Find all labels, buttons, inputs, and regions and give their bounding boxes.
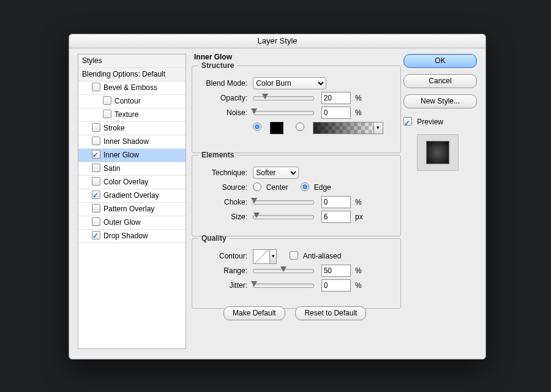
quality-legend: Quality [198,234,230,243]
style-row-label: Inner Glow [103,151,139,159]
glow-gradient-dropdown[interactable]: ▾ [374,122,383,134]
noise-slider[interactable] [253,111,314,115]
size-unit: px [355,213,363,221]
cancel-button[interactable]: Cancel [403,74,477,88]
opacity-label: Opacity: [198,91,247,105]
titlebar[interactable]: Layer Style [69,34,485,48]
style-checkbox[interactable] [92,150,100,159]
style-row-label: Color Overlay [103,178,148,186]
jitter-input[interactable] [321,279,351,292]
elements-group: Elements Technique: Softer Source: Cente… [192,151,401,236]
style-row-label: Satin [103,164,120,173]
source-edge-label: Edge [314,183,331,192]
blend-mode-label: Blend Mode: [198,76,247,91]
style-checkbox[interactable] [92,190,100,199]
style-row-inner-shadow[interactable]: Inner Shadow [78,135,186,149]
technique-label: Technique: [198,165,247,180]
effect-title: Inner Glow [194,53,232,61]
quality-group: Quality Contour: ▾ Anti-aliased Range: %… [192,234,401,309]
range-slider[interactable] [253,269,314,273]
style-checkbox[interactable] [103,110,111,118]
source-center-label: Center [266,183,288,192]
style-row-label: Contour [114,97,141,105]
technique-select[interactable]: Softer [253,167,299,179]
elements-legend: Elements [198,151,237,159]
style-row-label: Pattern Overlay [103,205,154,213]
structure-group: Structure Blend Mode: Color Burn Opacity… [192,61,401,153]
dialog-body: Styles Blending Options: Default Bevel &… [69,48,485,359]
noise-label: Noise: [198,105,247,120]
ok-button[interactable]: OK [403,54,477,68]
style-checkbox[interactable] [92,123,100,132]
range-unit: % [355,266,362,275]
style-checkbox[interactable] [92,164,100,172]
style-checkbox[interactable] [92,231,100,239]
glow-color-swatch[interactable] [270,122,283,134]
preview-swatch [426,141,449,164]
glow-gradient-swatch[interactable] [313,122,374,134]
styles-header[interactable]: Styles [78,55,186,68]
noise-unit: % [355,108,362,117]
jitter-slider[interactable] [253,284,314,288]
source-edge-radio[interactable] [301,183,309,191]
reset-default-button[interactable]: Reset to Default [295,306,366,320]
choke-slider[interactable] [253,200,314,205]
source-center-radio[interactable] [253,183,261,191]
style-row-gradient-overlay[interactable]: Gradient Overlay [78,189,186,203]
style-row-label: Bevel & Emboss [103,83,157,92]
style-row-label: Texture [114,110,138,119]
style-row-pattern-overlay[interactable]: Pattern Overlay [78,203,186,216]
noise-input[interactable] [321,107,351,119]
style-row-inner-glow[interactable]: Inner Glow [78,149,186,162]
contour-dropdown[interactable]: ▾ [270,249,277,264]
jitter-unit: % [355,281,362,290]
style-checkbox[interactable] [92,83,100,91]
opacity-slider[interactable] [253,96,314,100]
style-row-label: Gradient Overlay [103,191,159,200]
dialog-buttons: OK Cancel New Style... Preview [403,54,477,171]
size-label: Size: [198,209,247,224]
style-checkbox[interactable] [92,217,100,226]
style-checkbox[interactable] [92,137,100,145]
style-row-label: Outer Glow [103,218,141,227]
choke-input[interactable] [321,196,351,208]
style-row-contour[interactable]: Contour [78,95,186,108]
source-label: Source: [198,180,247,195]
style-row-label: Inner Shadow [103,137,149,146]
new-style-button[interactable]: New Style... [403,94,477,108]
glow-solid-color-radio[interactable] [253,123,261,131]
preview-checkbox[interactable] [403,117,412,126]
style-row-color-overlay[interactable]: Color Overlay [78,176,186,189]
layer-style-dialog: Layer Style Styles Blending Options: Def… [69,34,486,360]
range-input[interactable] [321,265,351,277]
style-row-label: Stroke [103,124,125,132]
effect-settings: Inner Glow Structure Blend Mode: Color B… [192,53,394,349]
size-input[interactable] [321,211,351,223]
style-row-satin[interactable]: Satin [78,162,186,176]
style-checkbox[interactable] [103,96,111,105]
contour-picker[interactable] [253,249,270,264]
blending-options-row[interactable]: Blending Options: Default [78,68,186,81]
anti-aliased-checkbox[interactable] [290,251,298,260]
choke-label: Choke: [198,195,247,209]
style-row-label: Drop Shadow [103,232,148,240]
styles-list-panel: Styles Blending Options: Default Bevel &… [78,54,186,349]
style-row-stroke[interactable]: Stroke [78,122,186,135]
style-row-bevel-emboss[interactable]: Bevel & Emboss [78,81,186,95]
choke-unit: % [355,198,362,206]
anti-aliased-label: Anti-aliased [303,252,342,260]
size-slider[interactable] [253,215,314,219]
blend-mode-select[interactable]: Color Burn [253,77,326,89]
footer-buttons: Make Default Reset to Default [223,306,366,320]
opacity-input[interactable] [321,92,351,104]
style-row-outer-glow[interactable]: Outer Glow [78,216,186,230]
range-label: Range: [198,263,247,278]
preview-thumbnail [417,134,459,171]
opacity-unit: % [355,94,362,102]
glow-gradient-radio[interactable] [296,123,304,131]
style-row-drop-shadow[interactable]: Drop Shadow [78,230,186,243]
style-row-texture[interactable]: Texture [78,108,186,122]
make-default-button[interactable]: Make Default [223,306,285,320]
style-checkbox[interactable] [92,177,100,186]
style-checkbox[interactable] [92,204,100,213]
